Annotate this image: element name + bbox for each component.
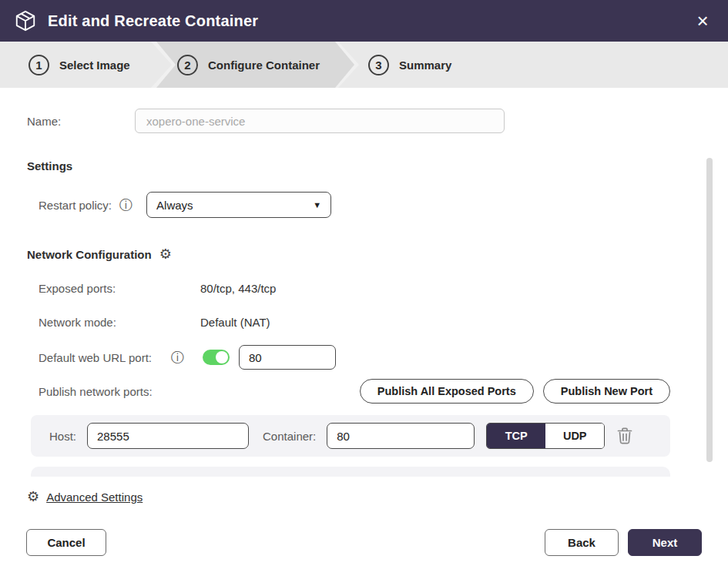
trash-icon <box>617 427 632 444</box>
scrollbar-thumb[interactable] <box>706 158 713 462</box>
edit-recreate-container-dialog: Edit and Recreate Container × 1 Select I… <box>0 0 728 576</box>
restart-policy-row: Restart policy: ⓘ Always ▼ <box>39 192 670 218</box>
step-number: 3 <box>368 55 389 75</box>
gear-icon[interactable]: ⚙ <box>159 247 172 261</box>
network-mode-label: Network mode: <box>39 316 200 329</box>
exposed-ports-value: 80/tcp, 443/tcp <box>200 282 276 295</box>
toggle-knob <box>216 351 228 363</box>
next-button[interactable]: Next <box>628 529 702 556</box>
step-select-image[interactable]: 1 Select Image <box>29 42 130 88</box>
container-port-input[interactable] <box>327 423 475 449</box>
host-port-input[interactable] <box>87 423 249 449</box>
restart-policy-value: Always <box>156 199 313 212</box>
publish-buttons-group: Publish All Exposed Ports Publish New Po… <box>360 379 670 404</box>
step-number: 2 <box>177 55 198 75</box>
step-summary[interactable]: 3 Summary <box>368 42 451 88</box>
protocol-udp-button[interactable]: UDP <box>545 424 604 448</box>
network-mode-value: Default (NAT) <box>200 316 270 329</box>
publish-network-ports-row: Publish network ports: Publish All Expos… <box>39 379 670 404</box>
close-icon[interactable]: × <box>691 11 714 31</box>
form-content: Name: Settings Restart policy: ⓘ Always … <box>0 109 728 504</box>
publish-new-port-button[interactable]: Publish New Port <box>543 379 670 404</box>
host-label: Host: <box>49 430 76 443</box>
gear-icon: ⚙ <box>27 490 39 504</box>
default-web-url-port-row: Default web URL port: ⓘ <box>39 345 670 370</box>
port-mapping-row: Host: Container: TCP UDP <box>31 415 670 457</box>
dialog-header: Edit and Recreate Container × <box>0 0 728 42</box>
cancel-button[interactable]: Cancel <box>26 529 106 556</box>
delete-port-mapping-button[interactable] <box>617 427 632 444</box>
step-label: Select Image <box>59 59 130 72</box>
publish-all-exposed-ports-button[interactable]: Publish All Exposed Ports <box>360 379 534 404</box>
container-label: Container: <box>263 430 316 443</box>
advanced-settings-link-row[interactable]: ⚙ Advanced Settings <box>27 490 670 504</box>
exposed-ports-row: Exposed ports: 80/tcp, 443/tcp <box>39 282 670 295</box>
restart-policy-label: Restart policy: <box>39 199 112 212</box>
back-button[interactable]: Back <box>545 529 619 556</box>
step-configure-container[interactable]: 2 Configure Container <box>177 42 320 88</box>
dialog-title: Edit and Recreate Container <box>48 12 680 30</box>
info-icon[interactable]: ⓘ <box>171 351 184 364</box>
network-configuration-heading-row: Network Configuration ⚙ <box>27 247 670 261</box>
step-label: Summary <box>399 59 451 72</box>
container-cube-icon <box>14 9 37 32</box>
step-label: Configure Container <box>208 59 320 72</box>
web-url-port-toggle[interactable] <box>203 350 230 365</box>
port-mapping-row-partial <box>31 467 670 477</box>
default-web-url-port-label: Default web URL port: <box>39 351 171 364</box>
protocol-segmented-control: TCP UDP <box>486 423 605 449</box>
name-input[interactable] <box>135 109 505 133</box>
name-row: Name: <box>27 109 670 133</box>
advanced-settings-link[interactable]: Advanced Settings <box>46 491 143 504</box>
name-label: Name: <box>27 115 135 128</box>
protocol-tcp-button[interactable]: TCP <box>487 424 545 448</box>
step-number: 1 <box>29 55 49 75</box>
publish-network-ports-label: Publish network ports: <box>39 385 153 398</box>
web-url-port-input[interactable] <box>239 345 336 370</box>
network-mode-row: Network mode: Default (NAT) <box>39 316 670 329</box>
info-icon[interactable]: ⓘ <box>119 199 133 212</box>
network-configuration-heading: Network Configuration <box>27 248 152 261</box>
dialog-footer: Cancel Back Next <box>0 529 728 556</box>
chevron-down-icon: ▼ <box>313 200 321 209</box>
restart-policy-select[interactable]: Always ▼ <box>146 192 331 218</box>
settings-heading: Settings <box>27 159 670 172</box>
wizard-stepper: 1 Select Image 2 Configure Container 3 S… <box>0 42 728 88</box>
exposed-ports-label: Exposed ports: <box>39 282 200 295</box>
